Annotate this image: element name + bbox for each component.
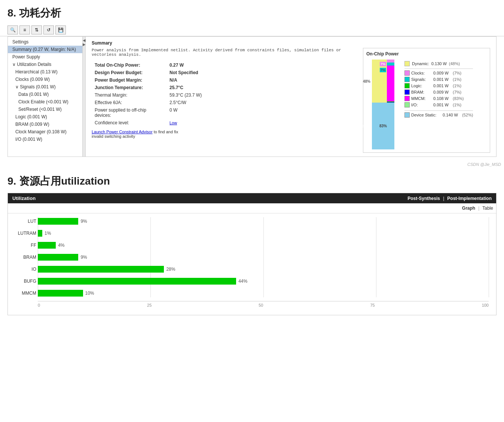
legend-io-value: 0.001 W xyxy=(433,103,451,107)
sidebar-item-logic[interactable]: Logic (0.001 W) xyxy=(8,113,82,121)
bar-fill-mmcm xyxy=(38,290,83,297)
bar-label-lutram: LUTRAM xyxy=(11,231,36,236)
bar-pct-io: 28% xyxy=(166,267,175,272)
x-label-75: 75 xyxy=(370,303,375,307)
section9-title: 9. 资源占用utilization xyxy=(7,174,497,193)
bar-row-ff: FF 4% xyxy=(38,241,489,249)
tab-post-synthesis[interactable]: Post-Synthesis xyxy=(407,196,440,201)
watermark: CSDN @Jie_MSD xyxy=(0,161,504,168)
power-advisor-link[interactable]: Launch Power Constraint Advisor xyxy=(92,130,153,134)
power-table: Total On-Chip Power: 0.27 W Design Power… xyxy=(92,61,353,127)
sidebar-item-bram[interactable]: BRAM (0.009 W) xyxy=(8,121,82,128)
value-offchip-power: 0 W xyxy=(167,106,353,119)
tab-table[interactable]: Table xyxy=(482,206,493,211)
bar-fill-bufg xyxy=(38,278,236,285)
value-effective-tja: 2.5°C/W xyxy=(167,99,353,106)
toolbar: 🔍 ≡ ⇅ ↺ 💾 xyxy=(0,24,504,36)
graph-table-tabs: Graph | Table xyxy=(8,203,496,213)
save-button[interactable]: 💾 xyxy=(55,25,66,34)
description-text: Power analysis from Implemented netlist.… xyxy=(92,48,353,57)
tab-separator: | xyxy=(443,196,444,201)
legend-dynamic-pct: (48%) xyxy=(449,61,460,66)
bar-row-bufg: BUFG 44% xyxy=(38,277,489,285)
section8-title: 8. 功耗分析 xyxy=(0,0,504,24)
sidebar-item-data[interactable]: Data (0.001 W) xyxy=(8,91,82,98)
label-thermal-margin: Thermal Margin: xyxy=(92,91,167,99)
value-design-budget: Not Specified xyxy=(167,69,353,76)
legend-signals-name: Signals: xyxy=(411,77,432,82)
bar-row-bram: BRAM 9% xyxy=(38,253,489,261)
legend-signals-value: 0.001 W xyxy=(433,77,451,82)
bar-row-lut: LUT 9% xyxy=(38,217,489,225)
legend-device-static-value: 0.140 W xyxy=(443,113,461,117)
legend-clocks-value: 0.009 W xyxy=(433,71,451,75)
bar-row-io: IO 28% xyxy=(38,265,489,273)
sidebar-item-signals[interactable]: ∨ Signals (0.001 W) xyxy=(8,83,82,91)
gt-separator: | xyxy=(478,206,479,211)
bar-fill-bram xyxy=(38,254,78,261)
bar-label-mmcm: MMCM xyxy=(11,291,36,296)
main-content: Summary Power analysis from Implemented … xyxy=(86,37,496,157)
sort-button[interactable]: ⇅ xyxy=(31,25,42,34)
section9: 9. 资源占用utilization Utilization Post-Synt… xyxy=(0,168,504,319)
x-label-100: 100 xyxy=(482,303,489,307)
bar-label-ff: FF xyxy=(11,243,36,248)
x-label-25: 25 xyxy=(147,303,152,307)
bar-fill-ff xyxy=(38,242,56,249)
legend-mmcm-pct: (83%) xyxy=(453,96,464,101)
confidence-link[interactable]: Low xyxy=(169,121,177,125)
bar-pct-lutram: 1% xyxy=(45,231,51,236)
legend-io-pct: (1%) xyxy=(453,103,461,107)
sidebar-item-clocks[interactable]: Clocks (0.009 W) xyxy=(8,76,82,83)
legend-signals-pct: (1%) xyxy=(453,77,461,82)
legend-io-name: I/O: xyxy=(411,103,432,107)
value-thermal-margin: 59.3°C (23.7 W) xyxy=(167,91,353,99)
legend-logic-value: 0.001 W xyxy=(433,84,451,88)
sidebar-item-summary[interactable]: Summary (0.27 W, Margin: N/A) xyxy=(8,46,82,53)
summary-heading: Summary xyxy=(92,40,490,46)
grid-line-100 xyxy=(489,217,489,297)
search-button[interactable]: 🔍 xyxy=(7,25,18,34)
legend-bram-value: 0.009 W xyxy=(433,90,451,94)
label-junction-temp: Junction Temperature: xyxy=(92,84,167,91)
sidebar-item-set-reset[interactable]: Set/Reset (<0.001 W) xyxy=(8,106,82,113)
sidebar-item-power-supply[interactable]: Power Supply xyxy=(8,53,82,61)
refresh-button[interactable]: ↺ xyxy=(43,25,54,34)
utilization-label: Utilization xyxy=(12,195,36,201)
sidebar-item-io[interactable]: I/O (0.001 W) xyxy=(8,136,82,143)
label-total-power: Total On-Chip Power: xyxy=(92,61,167,69)
bar-label-bufg: BUFG xyxy=(11,279,36,284)
legend-bram-pct: (7%) xyxy=(453,90,461,94)
legend-device-static-pct: (52%) xyxy=(462,113,473,117)
legend-dynamic-label: Dynamic: xyxy=(412,61,429,66)
legend-logic-pct: (1%) xyxy=(453,84,461,88)
label-budget-margin: Power Budget Margin: xyxy=(92,76,167,84)
tab-graph[interactable]: Graph xyxy=(462,206,475,211)
filter-button[interactable]: ≡ xyxy=(19,25,30,34)
legend-logic-name: Logic: xyxy=(411,84,432,88)
legend-dynamic-value: 0.130 W xyxy=(431,61,447,66)
x-axis-labels: 0 25 50 75 100 xyxy=(38,301,489,307)
sidebar-item-settings[interactable]: Settings xyxy=(8,38,82,46)
legend-mmcm-name: MMCM: xyxy=(411,96,432,101)
bar-pct-mmcm: 10% xyxy=(85,291,94,296)
label-effective-tja: Effective θJA: xyxy=(92,99,167,106)
sidebar-item-hierarchical[interactable]: Hierarchical (0.13 W) xyxy=(8,68,82,76)
sidebar-item-utilization-details[interactable]: ∨ Utilization Details xyxy=(8,61,82,68)
label-offchip-power: Power supplied to off-chip devices: xyxy=(92,106,167,119)
tab-post-implementation[interactable]: Post-Implementation xyxy=(447,196,492,201)
label-confidence: Confidence level: xyxy=(92,119,167,127)
bar-chart: LUT 9% LUTRAM 1% FF 4% BRA xyxy=(8,213,496,315)
bar-row-lutram: LUTRAM 1% xyxy=(38,229,489,237)
on-chip-power-chart: On-Chip Power 48% xyxy=(363,48,490,153)
bar-pct-bufg: 44% xyxy=(238,279,247,284)
splitter[interactable]: ◀ ▶ xyxy=(83,37,86,157)
x-label-0: 0 xyxy=(38,303,40,307)
legend-clocks-name: Clocks: xyxy=(411,71,432,75)
sidebar: Settings Summary (0.27 W, Margin: N/A) P… xyxy=(8,37,83,157)
util-tabs: Post-Synthesis | Post-Implementation xyxy=(407,196,492,201)
sidebar-item-clock-manager[interactable]: Clock Manager (0.108 W) xyxy=(8,128,82,136)
bar-fill-lutram xyxy=(38,230,42,237)
x-label-50: 50 xyxy=(259,303,263,307)
sidebar-item-clock-enable[interactable]: Clock Enable (<0.001 W) xyxy=(8,98,82,106)
